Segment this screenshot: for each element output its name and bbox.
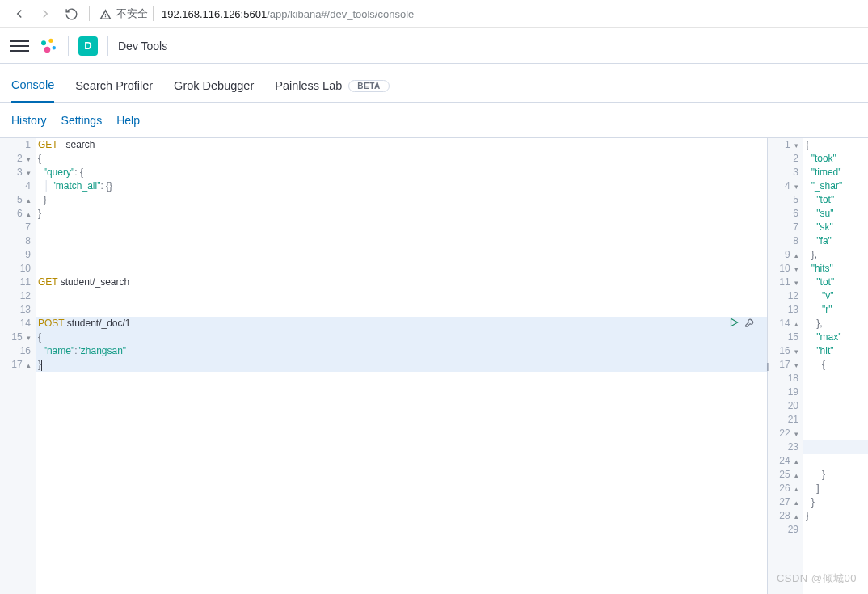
wrench-icon[interactable] [744,317,756,332]
workspace: 12 ▾3 ▾45 ▴6 ▴789101112131415 ▾1617 ▴ GE… [0,138,868,594]
url-bar[interactable]: 192.168.116.126:5601/app/kibana#/dev_too… [162,8,414,20]
warning-icon [99,8,112,20]
watermark: CSDN @倾城00 [777,571,857,586]
play-icon[interactable] [728,317,739,332]
menu-icon[interactable] [10,37,29,55]
divider [89,6,90,21]
subnav-settings[interactable]: Settings [61,114,103,127]
svg-point-2 [44,46,51,53]
svg-point-1 [48,38,53,42]
line-gutter: 1 ▾234 ▾56789 ▴10 ▾11 ▾121314 ▴1516 ▾17 … [768,138,803,594]
request-actions [728,317,756,332]
divider [107,36,108,56]
devtools-tabs: Console Search Profiler Grok Debugger Pa… [0,64,868,103]
console-subnav: History Settings Help [0,103,868,138]
forward-icon [32,1,58,27]
code-area: { "took" "timed" "_shar" "tot" "su" "sk"… [803,138,868,594]
browser-chrome: 不安全 192.168.116.126:5601/app/kibana#/dev… [0,0,868,28]
pane-splitter[interactable]: || [766,361,768,371]
tab-console[interactable]: Console [11,78,54,103]
line-gutter: 12 ▾3 ▾45 ▴6 ▴789101112131415 ▾1617 ▴ [0,138,36,594]
subnav-history[interactable]: History [11,114,47,127]
response-output[interactable]: 1 ▾234 ▾56789 ▴10 ▾11 ▾121314 ▴1516 ▾17 … [768,138,868,594]
tab-painless-lab[interactable]: Painless LabBETA [275,79,390,102]
reload-icon[interactable] [58,1,84,27]
tab-grok-debugger[interactable]: Grok Debugger [174,79,254,102]
svg-marker-4 [731,318,738,326]
subnav-help[interactable]: Help [116,114,140,127]
divider [68,36,69,56]
svg-point-3 [53,46,57,50]
app-header: D Dev Tools [0,28,868,64]
app-badge[interactable]: D [78,36,98,56]
beta-badge: BETA [348,80,389,92]
kibana-logo[interactable] [39,36,58,56]
back-icon[interactable] [6,1,32,27]
code-area[interactable]: GET _search{ "query": { │ "match_all": {… [36,138,767,594]
svg-point-0 [41,40,46,45]
insecure-label: 不安全 [116,6,148,21]
security-badge[interactable]: 不安全 [99,6,148,21]
app-name: Dev Tools [118,40,167,53]
tab-search-profiler[interactable]: Search Profiler [75,79,153,102]
request-editor[interactable]: 12 ▾3 ▾45 ▴6 ▴789101112131415 ▾1617 ▴ GE… [0,138,768,594]
divider [153,6,154,21]
